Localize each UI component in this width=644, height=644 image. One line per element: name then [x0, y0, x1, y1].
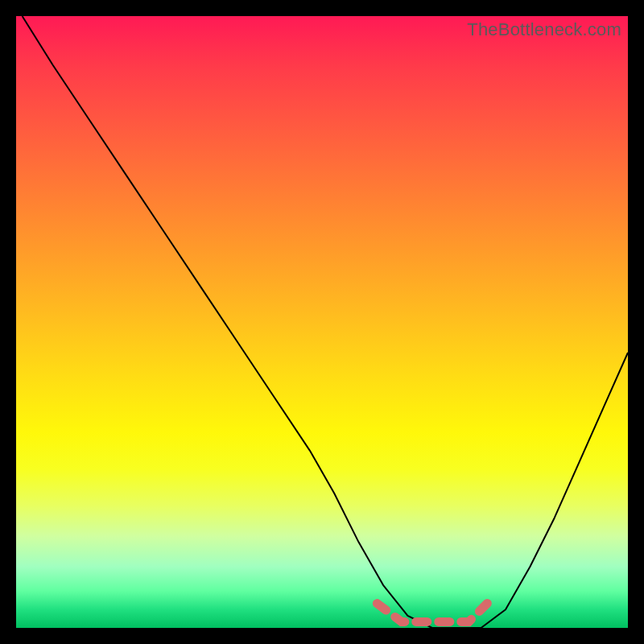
chart-frame: TheBottleneck.com — [0, 0, 644, 644]
optimal-zone-marker — [377, 597, 493, 621]
bottleneck-curve — [23, 16, 628, 628]
watermark-text: TheBottleneck.com — [467, 19, 621, 40]
curve-layer — [16, 16, 628, 628]
plot-area: TheBottleneck.com — [16, 16, 628, 628]
